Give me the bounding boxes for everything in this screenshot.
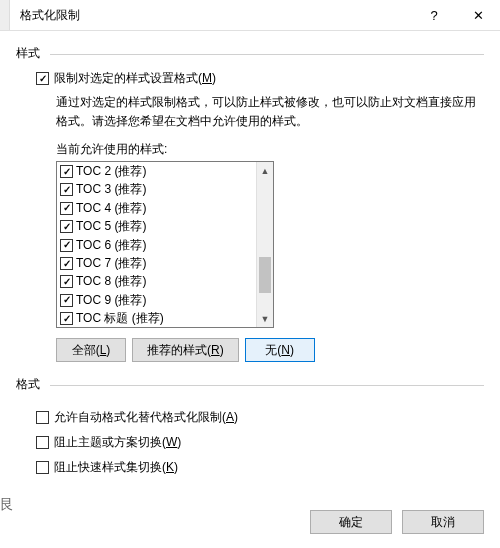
styles-listbox[interactable]: TOC 2 (推荐) TOC 3 (推荐) TOC 4 (推荐) TOC 5 (… <box>56 161 274 328</box>
opt-quick-checkbox[interactable] <box>36 461 49 474</box>
item-checkbox[interactable] <box>60 275 73 288</box>
opt-autoformat-checkbox[interactable] <box>36 411 49 424</box>
group-format-label: 格式 <box>16 376 484 393</box>
dialog-footer: 确定 取消 <box>310 510 484 534</box>
restrict-label: 限制对选定的样式设置格式(M) <box>54 70 216 87</box>
opt-theme-row[interactable]: 阻止主题或方案切换(W) <box>36 434 484 451</box>
item-checkbox[interactable] <box>60 202 73 215</box>
opt-theme-checkbox[interactable] <box>36 436 49 449</box>
list-item[interactable]: TOC 8 (推荐) <box>57 273 256 291</box>
close-button[interactable]: ✕ <box>456 0 500 30</box>
list-item[interactable]: TOC 5 (推荐) <box>57 218 256 236</box>
opt-quick-row[interactable]: 阻止快速样式集切换(K) <box>36 459 484 476</box>
recommended-button[interactable]: 推荐的样式(R) <box>132 338 239 362</box>
scroll-up-icon[interactable]: ▲ <box>257 162 273 179</box>
listbox-scrollbar[interactable]: ▲ ▼ <box>256 162 273 327</box>
titlebar: 格式化限制 ? ✕ <box>0 0 500 31</box>
list-item[interactable]: TOC 6 (推荐) <box>57 236 256 254</box>
window-edge <box>0 0 10 30</box>
dialog-content: 样式 限制对选定的样式设置格式(M) 通过对选定的样式限制格式，可以防止样式被修… <box>0 31 500 476</box>
opt-autoformat-row[interactable]: 允许自动格式化替代格式化限制(A) <box>36 409 484 426</box>
select-buttons-row: 全部(L) 推荐的样式(R) 无(N) <box>56 338 484 362</box>
list-item[interactable]: TOC 2 (推荐) <box>57 162 256 180</box>
item-checkbox[interactable] <box>60 165 73 178</box>
list-item[interactable]: TOC 3 (推荐) <box>57 181 256 199</box>
list-item[interactable]: TOC 标题 (推荐) <box>57 310 256 328</box>
restrict-checkbox[interactable] <box>36 72 49 85</box>
help-button[interactable]: ? <box>412 0 456 30</box>
item-checkbox[interactable] <box>60 220 73 233</box>
restrict-checkbox-row[interactable]: 限制对选定的样式设置格式(M) <box>36 70 484 87</box>
all-button[interactable]: 全部(L) <box>56 338 126 362</box>
none-button[interactable]: 无(N) <box>245 338 315 362</box>
item-checkbox[interactable] <box>60 294 73 307</box>
ok-button[interactable]: 确定 <box>310 510 392 534</box>
group-style-label: 样式 <box>16 45 484 62</box>
item-checkbox[interactable] <box>60 239 73 252</box>
opt-theme-label: 阻止主题或方案切换(W) <box>54 434 181 451</box>
window-title: 格式化限制 <box>18 7 412 24</box>
scroll-down-icon[interactable]: ▼ <box>257 310 273 327</box>
restrict-description: 通过对选定的样式限制格式，可以防止样式被修改，也可以防止对文档直接应用格式。请选… <box>56 93 484 131</box>
item-checkbox[interactable] <box>60 257 73 270</box>
list-item[interactable]: TOC 7 (推荐) <box>57 254 256 272</box>
list-item[interactable]: TOC 9 (推荐) <box>57 291 256 309</box>
background-text: 艮 <box>0 496 14 514</box>
listbox-inner: TOC 2 (推荐) TOC 3 (推荐) TOC 4 (推荐) TOC 5 (… <box>57 162 256 327</box>
cancel-button[interactable]: 取消 <box>402 510 484 534</box>
scroll-thumb[interactable] <box>259 257 271 293</box>
list-item[interactable]: TOC 4 (推荐) <box>57 199 256 217</box>
list-label: 当前允许使用的样式: <box>56 141 484 158</box>
opt-quick-label: 阻止快速样式集切换(K) <box>54 459 178 476</box>
opt-autoformat-label: 允许自动格式化替代格式化限制(A) <box>54 409 238 426</box>
item-checkbox[interactable] <box>60 183 73 196</box>
item-checkbox[interactable] <box>60 312 73 325</box>
